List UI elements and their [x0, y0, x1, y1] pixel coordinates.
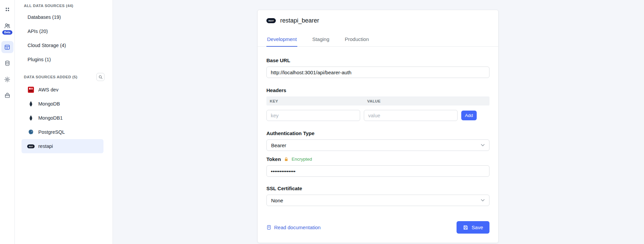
users-icon	[4, 23, 10, 29]
chevron-down-icon	[481, 199, 485, 202]
icon-rail: Beta	[0, 0, 15, 244]
svg-text:REST: REST	[268, 20, 274, 22]
add-header-button[interactable]: Add	[461, 111, 477, 120]
all-data-sources-header: ALL DATA SOURCES (44)	[15, 1, 113, 9]
postgresql-icon	[27, 129, 35, 135]
sidebar-item-label: PostgreSQL	[38, 129, 65, 135]
tab-staging[interactable]: Staging	[311, 34, 330, 46]
base-url-label: Base URL	[266, 57, 489, 63]
header-value-input[interactable]	[364, 110, 458, 121]
beta-badge: Beta	[2, 30, 12, 35]
rail-item-database[interactable]	[1, 57, 13, 69]
auth-type-group: Authentication Type Bearer	[266, 130, 489, 151]
config-form: Base URL Headers KEY VALUE Add Authentic…	[266, 57, 489, 234]
save-button[interactable]: Save	[457, 221, 489, 234]
document-icon	[266, 225, 271, 230]
data-sources-sidebar: ALL DATA SOURCES (44) Databases (19) API…	[15, 0, 113, 244]
chevron-down-icon	[481, 144, 485, 147]
sidebar-item-label: AWS dev	[38, 87, 58, 92]
mongodb-leaf-icon	[27, 115, 35, 121]
svg-text:REST: REST	[29, 146, 33, 147]
sidebar-item-label: Cloud Storage (4)	[28, 43, 66, 48]
ssl-certificate-select[interactable]: None	[266, 195, 489, 206]
data-sources-icon	[4, 44, 10, 50]
save-disk-icon	[463, 225, 468, 230]
all-sources-list: Databases (19) APIs (20) Cloud Storage (…	[15, 9, 113, 68]
settings-gear-icon	[4, 76, 10, 83]
lock-icon	[284, 157, 289, 162]
added-sources-header: DATA SOURCES ADDED (5)	[15, 71, 113, 82]
read-documentation-label: Read documentation	[274, 225, 320, 230]
sidebar-item-label: restapi	[38, 144, 53, 149]
main-content: REST restapi_bearer Development Staging …	[113, 0, 644, 244]
sidebar-item-aws-dev[interactable]: AWS dev	[22, 83, 103, 97]
aws-icon	[27, 87, 35, 93]
sidebar-item-mongodb[interactable]: MongoDB	[22, 97, 103, 111]
token-group: Token Encrypted	[266, 156, 489, 177]
all-data-sources-label: ALL DATA SOURCES (44)	[24, 4, 73, 8]
header-key-input[interactable]	[266, 110, 360, 121]
tab-production[interactable]: Production	[344, 34, 370, 46]
headers-table-head: KEY VALUE	[266, 96, 489, 106]
tab-development[interactable]: Development	[266, 34, 297, 47]
added-sources-label: DATA SOURCES ADDED (5)	[24, 75, 78, 79]
token-input[interactable]	[266, 165, 489, 177]
apps-grid-icon	[4, 6, 10, 12]
sidebar-item-label: Plugins (1)	[28, 57, 51, 62]
sidebar-item-label: Databases (19)	[28, 14, 61, 20]
sidebar-item-apis[interactable]: APIs (20)	[15, 24, 113, 38]
rail-item-marketplace[interactable]	[1, 89, 13, 101]
marketplace-icon	[4, 92, 10, 98]
database-stack-icon	[4, 60, 10, 66]
search-sources-button[interactable]	[96, 73, 104, 81]
sidebar-item-label: MongoDB1	[38, 115, 63, 121]
headers-label: Headers	[266, 87, 489, 93]
rail-item-apps[interactable]	[1, 3, 13, 15]
rail-item-data-sources[interactable]	[1, 41, 13, 53]
sidebar-item-databases[interactable]: Databases (19)	[15, 10, 113, 24]
auth-type-value: Bearer	[271, 143, 286, 148]
sidebar-item-restapi[interactable]: REST restapi	[22, 139, 103, 153]
save-button-label: Save	[472, 225, 483, 230]
auth-type-select[interactable]: Bearer	[266, 139, 489, 151]
headers-group: Headers KEY VALUE Add	[266, 87, 489, 121]
token-label-row: Token Encrypted	[266, 156, 489, 162]
sidebar-item-cloud-storage[interactable]: Cloud Storage (4)	[15, 38, 113, 52]
value-column-header: VALUE	[364, 99, 381, 103]
token-label: Token	[266, 156, 281, 162]
card-footer: Read documentation Save	[266, 221, 489, 234]
page-title: restapi_bearer	[280, 17, 319, 24]
encrypted-badge: Encrypted	[292, 157, 312, 162]
read-documentation-link[interactable]: Read documentation	[266, 225, 320, 230]
environment-tabs: Development Staging Production	[258, 34, 498, 47]
rail-item-workflows[interactable]: Beta	[1, 19, 13, 32]
ssl-certificate-value: None	[271, 198, 283, 203]
sidebar-item-label: MongoDB	[38, 101, 60, 107]
restapi-icon: REST	[266, 18, 276, 23]
headers-input-row: Add	[266, 110, 489, 121]
sidebar-item-label: APIs (20)	[28, 29, 48, 34]
auth-type-label: Authentication Type	[266, 130, 489, 136]
sidebar-item-mongodb1[interactable]: MongoDB1	[22, 111, 103, 125]
data-source-config-card: REST restapi_bearer Development Staging …	[257, 10, 499, 243]
sidebar-item-plugins[interactable]: Plugins (1)	[15, 52, 113, 67]
base-url-input[interactable]	[266, 67, 489, 78]
mongodb-leaf-icon	[27, 101, 35, 107]
search-icon	[98, 75, 103, 80]
card-header: REST restapi_bearer	[266, 10, 489, 24]
rail-item-settings[interactable]	[1, 73, 13, 85]
added-sources-list: AWS dev MongoDB MongoDB1 PostgreSQL REST…	[15, 82, 113, 155]
restapi-icon: REST	[27, 144, 35, 149]
key-column-header: KEY	[266, 99, 364, 103]
ssl-group: SSL Certificate None	[266, 186, 489, 206]
ssl-certificate-label: SSL Certificate	[266, 186, 489, 191]
sidebar-item-postgresql[interactable]: PostgreSQL	[22, 125, 103, 139]
base-url-group: Base URL	[266, 57, 489, 78]
